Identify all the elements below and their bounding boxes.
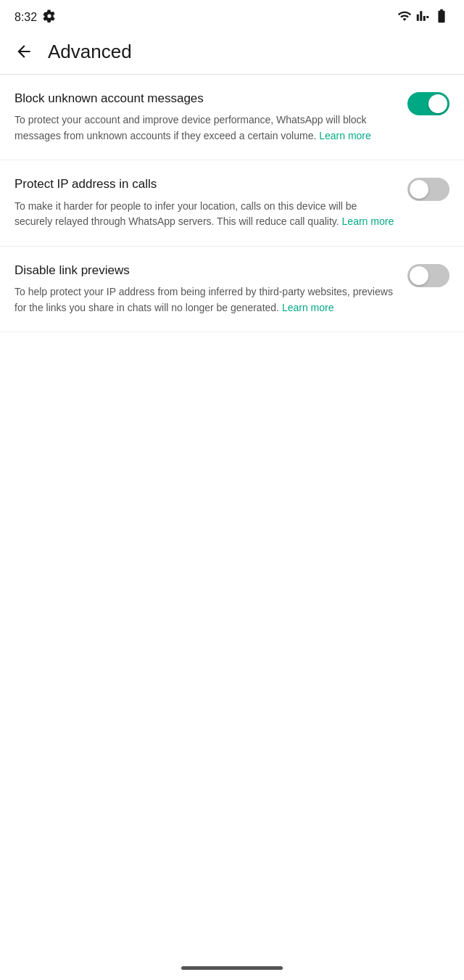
settings-status-icon [43,9,56,25]
toggle-block-unknown[interactable] [407,92,450,115]
settings-list: Block unknown account messages To protec… [0,75,464,332]
setting-item-protect-ip: Protect IP address in calls To make it h… [0,160,464,246]
page-header: Advanced [0,32,464,74]
setting-desc-text-protect-ip: To make it harder for people to infer yo… [14,200,357,228]
setting-title-block-unknown: Block unknown account messages [14,91,396,107]
setting-item-block-unknown: Block unknown account messages To protec… [0,75,464,160]
toggle-thumb-block-unknown [428,94,447,113]
bottom-nav-indicator [181,966,283,970]
setting-content-disable-previews: Disable link previews To help protect yo… [14,263,407,316]
setting-desc-block-unknown: To protect your account and improve devi… [14,112,396,144]
learn-more-link-protect-ip[interactable]: Learn more [342,215,394,227]
learn-more-link-disable-previews[interactable]: Learn more [282,302,334,313]
setting-desc-text-block-unknown: To protect your account and improve devi… [14,114,367,141]
learn-more-link-block-unknown[interactable]: Learn more [319,130,371,141]
toggle-disable-previews[interactable] [407,264,450,287]
back-button[interactable] [12,39,36,64]
status-time: 8:32 [14,11,37,24]
setting-desc-text-disable-previews: To help protect your IP address from bei… [14,286,393,313]
toggle-thumb-disable-previews [410,266,428,285]
setting-title-protect-ip: Protect IP address in calls [14,176,396,192]
toggle-protect-ip[interactable] [407,178,450,201]
status-left: 8:32 [14,9,56,25]
setting-content-protect-ip: Protect IP address in calls To make it h… [14,176,407,229]
page-title: Advanced [48,41,132,63]
setting-item-disable-previews: Disable link previews To help protect yo… [0,247,464,332]
signal-icon [416,9,429,25]
setting-content-block-unknown: Block unknown account messages To protec… [14,91,407,144]
toggle-thumb-protect-ip [410,180,428,199]
battery-icon [434,8,450,27]
status-bar: 8:32 [0,0,464,32]
setting-desc-disable-previews: To help protect your IP address from bei… [14,284,396,316]
status-right [397,8,450,27]
setting-title-disable-previews: Disable link previews [14,263,396,279]
setting-desc-protect-ip: To make it harder for people to infer yo… [14,199,396,230]
wifi-icon [397,9,412,26]
